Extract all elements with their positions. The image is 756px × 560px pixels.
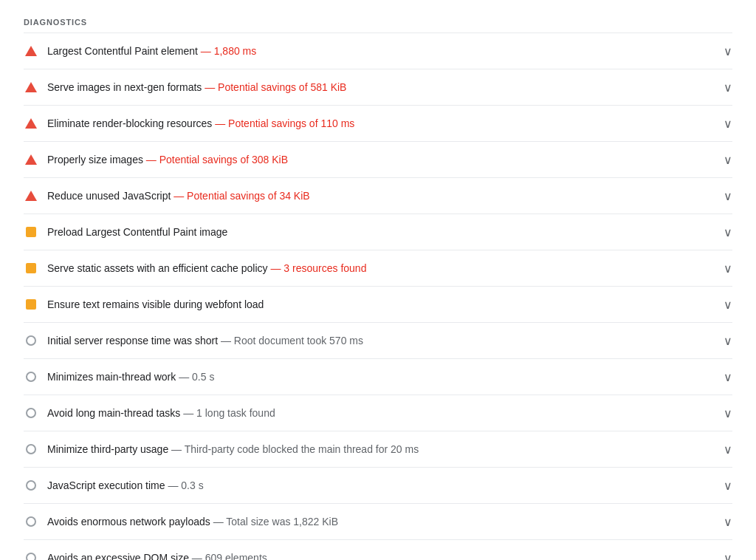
- diagnostic-item-lcp-element[interactable]: Largest Contentful Paint element — 1,880…: [24, 33, 732, 69]
- chevron-icon[interactable]: ∨: [724, 479, 732, 493]
- item-savings: — Potential savings of 110 ms: [215, 117, 354, 129]
- item-main-label: Avoids enormous network payloads: [47, 516, 210, 527]
- item-savings: — Potential savings of 308 KiB: [146, 154, 288, 165]
- triangle-red-icon: [24, 152, 38, 167]
- item-info: — Total size was 1,822 KiB: [213, 516, 338, 527]
- diagnostic-item-dom-size[interactable]: Avoids an excessive DOM size — 609 eleme…: [24, 540, 732, 560]
- diagnostic-item-cache-policy[interactable]: Serve static assets with an efficient ca…: [24, 250, 732, 287]
- chevron-icon[interactable]: ∨: [724, 262, 732, 276]
- square-orange-icon: [24, 225, 38, 239]
- chevron-icon[interactable]: ∨: [724, 117, 732, 131]
- circle-gray-icon: [24, 478, 38, 493]
- item-label: Minimize third-party usage — Third-party…: [47, 443, 419, 455]
- item-main-label: Avoid long main-thread tasks: [47, 407, 180, 419]
- item-label: Serve static assets with an efficient ca…: [47, 262, 366, 274]
- diagnostic-item-render-blocking[interactable]: Eliminate render-blocking resources — Po…: [24, 106, 732, 142]
- item-main-label: Serve images in next-gen formats: [47, 81, 202, 93]
- item-label: Properly size images — Potential savings…: [47, 154, 288, 165]
- item-main-label: Minimizes main-thread work: [47, 371, 176, 383]
- diagnostic-item-main-thread-work[interactable]: Minimizes main-thread work — 0.5 s∨: [24, 359, 732, 395]
- triangle-red-icon: [24, 188, 38, 203]
- chevron-icon[interactable]: ∨: [724, 153, 732, 167]
- item-main-label: Reduce unused JavaScript: [47, 190, 171, 202]
- diagnostic-item-next-gen-formats[interactable]: Serve images in next-gen formats — Poten…: [24, 69, 732, 106]
- item-info: — Root document took 570 ms: [221, 335, 363, 346]
- diagnostics-list: Largest Contentful Paint element — 1,880…: [24, 33, 732, 560]
- item-info: — 0.5 s: [179, 371, 214, 383]
- item-main-label: Eliminate render-blocking resources: [47, 117, 212, 129]
- diagnostic-item-preload-lcp[interactable]: Preload Largest Contentful Paint image∨: [24, 214, 732, 250]
- item-main-label: Minimize third-party usage: [47, 443, 168, 455]
- item-label: Largest Contentful Paint element — 1,880…: [47, 45, 256, 57]
- circle-gray-icon: [24, 333, 38, 348]
- square-orange-icon: [24, 261, 38, 276]
- circle-gray-icon: [24, 442, 38, 457]
- item-label: Preload Largest Contentful Paint image: [47, 226, 227, 238]
- chevron-icon[interactable]: ∨: [724, 370, 732, 384]
- item-info: — 0.3 s: [168, 479, 203, 491]
- item-label: Ensure text remains visible during webfo…: [47, 298, 264, 310]
- item-label: Avoids an excessive DOM size — 609 eleme…: [47, 552, 267, 560]
- item-main-label: Ensure text remains visible during webfo…: [47, 298, 264, 310]
- item-info: — 1 long task found: [183, 407, 275, 419]
- item-label: Eliminate render-blocking resources — Po…: [47, 117, 354, 129]
- chevron-icon[interactable]: ∨: [724, 298, 732, 312]
- chevron-icon[interactable]: ∨: [724, 44, 732, 58]
- circle-gray-icon: [24, 406, 38, 420]
- diagnostics-container: DIAGNOSTICS Largest Contentful Paint ele…: [0, 0, 756, 560]
- item-main-label: Serve static assets with an efficient ca…: [47, 262, 268, 274]
- triangle-red-icon: [24, 116, 38, 131]
- item-main-label: Largest Contentful Paint element: [47, 45, 198, 57]
- chevron-icon[interactable]: ∨: [724, 225, 732, 239]
- item-label: Reduce unused JavaScript — Potential sav…: [47, 190, 310, 202]
- diagnostic-item-server-response[interactable]: Initial server response time was short —…: [24, 323, 732, 359]
- diagnostic-item-third-party[interactable]: Minimize third-party usage — Third-party…: [24, 431, 732, 468]
- diagnostic-item-long-tasks[interactable]: Avoid long main-thread tasks — 1 long ta…: [24, 395, 732, 431]
- item-main-label: Preload Largest Contentful Paint image: [47, 226, 227, 238]
- section-title: DIAGNOSTICS: [24, 18, 732, 27]
- item-main-label: Avoids an excessive DOM size: [47, 552, 189, 560]
- diagnostic-item-network-payloads[interactable]: Avoids enormous network payloads — Total…: [24, 504, 732, 540]
- item-savings: — Potential savings of 581 KiB: [205, 81, 346, 93]
- diagnostic-item-js-execution[interactable]: JavaScript execution time — 0.3 s∨: [24, 468, 732, 504]
- item-label: Avoid long main-thread tasks — 1 long ta…: [47, 407, 275, 419]
- item-savings: — 3 resources found: [270, 262, 366, 274]
- item-label: Minimizes main-thread work — 0.5 s: [47, 371, 214, 383]
- triangle-red-icon: [24, 80, 38, 95]
- square-orange-icon: [24, 297, 38, 312]
- chevron-icon[interactable]: ∨: [724, 81, 732, 95]
- item-main-label: Properly size images: [47, 154, 143, 165]
- item-label: Avoids enormous network payloads — Total…: [47, 516, 338, 527]
- item-savings: — 1,880 ms: [201, 45, 256, 57]
- item-main-label: Initial server response time was short: [47, 335, 218, 346]
- triangle-red-icon: [24, 44, 38, 58]
- chevron-icon[interactable]: ∨: [724, 334, 732, 348]
- chevron-icon[interactable]: ∨: [724, 515, 732, 529]
- item-info: — 609 elements: [192, 552, 267, 560]
- circle-gray-icon: [24, 369, 38, 384]
- diagnostic-item-properly-size-images[interactable]: Properly size images — Potential savings…: [24, 142, 732, 178]
- chevron-icon[interactable]: ∨: [724, 189, 732, 203]
- item-label: Serve images in next-gen formats — Poten…: [47, 81, 346, 93]
- diagnostic-item-webfont-load[interactable]: Ensure text remains visible during webfo…: [24, 287, 732, 323]
- circle-gray-icon: [24, 550, 38, 560]
- item-label: Initial server response time was short —…: [47, 335, 363, 346]
- diagnostic-item-unused-js[interactable]: Reduce unused JavaScript — Potential sav…: [24, 178, 732, 214]
- item-info: — Third-party code blocked the main thre…: [171, 443, 419, 455]
- chevron-icon[interactable]: ∨: [724, 406, 732, 420]
- chevron-icon[interactable]: ∨: [724, 551, 732, 561]
- chevron-icon[interactable]: ∨: [724, 443, 732, 457]
- item-savings: — Potential savings of 34 KiB: [173, 190, 309, 202]
- item-main-label: JavaScript execution time: [47, 479, 165, 491]
- item-label: JavaScript execution time — 0.3 s: [47, 479, 204, 491]
- circle-gray-icon: [24, 514, 38, 529]
